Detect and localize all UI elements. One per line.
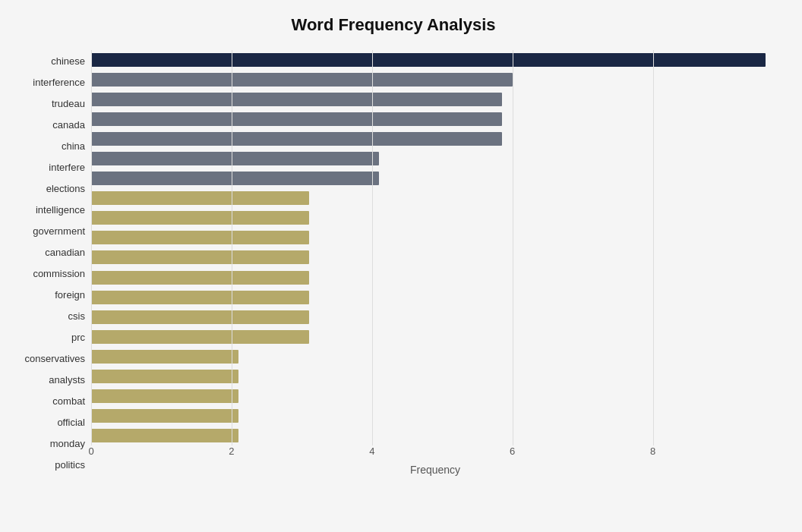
- y-label: china: [8, 141, 85, 151]
- bar-row: [91, 151, 779, 166]
- y-label: trudeau: [8, 99, 85, 109]
- bar: [91, 310, 309, 324]
- bar: [91, 53, 766, 67]
- x-tick-label: 8: [650, 445, 655, 457]
- bar-row: [91, 349, 779, 364]
- bar-row: [91, 52, 779, 68]
- y-label: csis: [8, 311, 85, 321]
- bar: [91, 291, 309, 304]
- bar-row: [91, 72, 779, 87]
- bar-row: [91, 112, 779, 127]
- bar-row: [91, 131, 779, 146]
- bar-row: [91, 369, 779, 384]
- bar: [91, 330, 309, 344]
- bar: [91, 112, 502, 126]
- y-axis-labels: chineseinterferencetrudeaucanadachinaint…: [8, 50, 91, 476]
- bar-row: [91, 428, 779, 443]
- bar: [91, 409, 238, 423]
- bar: [91, 152, 379, 165]
- bar-row: [91, 250, 779, 265]
- bar: [91, 132, 502, 146]
- y-label: elections: [8, 184, 85, 194]
- bar-row: [91, 210, 779, 225]
- y-label: conservatives: [8, 354, 85, 364]
- x-tick-label: 6: [510, 445, 515, 457]
- y-label: government: [8, 226, 85, 236]
- y-label: canadian: [8, 247, 85, 257]
- y-label: interfere: [8, 162, 85, 172]
- bar: [91, 271, 309, 285]
- bar-row: [91, 190, 779, 206]
- bar: [91, 93, 502, 106]
- x-tick-label: 0: [88, 445, 93, 457]
- bar-row: [91, 230, 779, 245]
- y-label: prc: [8, 332, 85, 342]
- bar: [91, 211, 309, 225]
- bar-row: [91, 92, 779, 107]
- bars-area: 02468 Frequency: [91, 50, 779, 476]
- bar: [91, 370, 238, 383]
- chart-title: Word Frequency Analysis: [8, 15, 779, 35]
- y-label: combat: [8, 396, 85, 406]
- bar: [91, 250, 309, 264]
- y-label: foreign: [8, 290, 85, 300]
- y-label: chinese: [8, 56, 85, 66]
- x-tick-label: 2: [229, 445, 234, 457]
- bar: [91, 73, 513, 87]
- bar-row: [91, 389, 779, 404]
- bar-row: [91, 310, 779, 325]
- bar: [91, 389, 238, 403]
- y-label: monday: [8, 439, 85, 449]
- bar-row: [91, 290, 779, 305]
- y-label: canada: [8, 120, 85, 130]
- bar: [91, 172, 379, 185]
- y-label: politics: [8, 460, 85, 470]
- bar: [91, 350, 238, 364]
- chart-container: Word Frequency Analysis chineseinterfere…: [0, 0, 802, 532]
- y-label: official: [8, 417, 85, 427]
- bar-row: [91, 270, 779, 285]
- x-tick-label: 4: [369, 445, 374, 457]
- y-label: analysts: [8, 375, 85, 385]
- bar-row: [91, 171, 779, 186]
- y-label: commission: [8, 269, 85, 279]
- bar-row: [91, 329, 779, 345]
- bar-row: [91, 408, 779, 423]
- y-label: intelligence: [8, 205, 85, 215]
- bar: [91, 191, 309, 205]
- bar: [91, 231, 309, 244]
- y-label: interference: [8, 77, 85, 87]
- bar: [91, 429, 238, 442]
- x-axis-label: Frequency: [91, 464, 779, 476]
